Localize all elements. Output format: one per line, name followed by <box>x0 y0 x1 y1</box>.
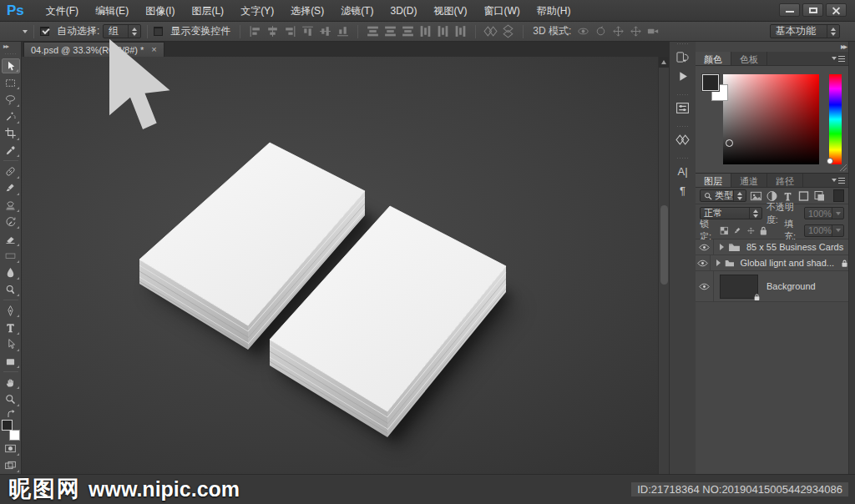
group-expander-icon[interactable] <box>720 244 724 250</box>
tab-channels[interactable]: 通道 <box>731 174 767 187</box>
menu-3d[interactable]: 3D(D) <box>382 0 425 22</box>
layer-visibility-toggle[interactable] <box>696 239 714 255</box>
canvas-vertical-scrollbar[interactable] <box>658 57 669 474</box>
show-transform-checkbox[interactable] <box>154 27 163 36</box>
auto-select-checkbox[interactable] <box>40 27 49 36</box>
align-top-edges-button[interactable] <box>301 25 315 38</box>
menu-layer[interactable]: 图层(L) <box>183 0 232 22</box>
healing-brush-tool[interactable] <box>2 164 20 179</box>
dock-grip-handle[interactable] <box>676 157 690 160</box>
filter-smart-objects-icon[interactable] <box>813 190 826 202</box>
menu-edit[interactable]: 编辑(E) <box>87 0 137 22</box>
gradient-tool[interactable] <box>2 249 20 264</box>
layer-filter-dropdown[interactable]: 类型 <box>700 189 746 202</box>
layer-name[interactable]: 85 x 55 Business Cards <box>746 242 843 252</box>
color-field-cursor[interactable] <box>726 139 733 147</box>
styles-panel-button[interactable] <box>672 130 694 149</box>
scrollbar-thumb[interactable] <box>660 205 668 285</box>
menu-file[interactable]: 文件(F) <box>38 0 87 22</box>
workspace-switcher-dropdown[interactable]: 基本功能 <box>770 24 840 38</box>
align-right-edges-button[interactable] <box>283 25 297 38</box>
auto-align-layers-button[interactable] <box>483 25 498 38</box>
hand-tool[interactable] <box>2 375 20 390</box>
hue-slider-handle[interactable] <box>827 158 833 164</box>
tool-preset-caret-icon[interactable] <box>23 30 28 33</box>
layer-row-global-light[interactable]: Global lignt and shad... <box>696 255 848 271</box>
actions-panel-button[interactable] <box>672 67 694 86</box>
lock-transparent-pixels-icon[interactable] <box>720 225 729 236</box>
path-selection-tool[interactable] <box>2 337 20 352</box>
close-button[interactable] <box>826 3 847 17</box>
properties-panel-button[interactable] <box>672 98 694 118</box>
foreground-color-swatch[interactable] <box>2 420 13 431</box>
screen-mode-button[interactable] <box>2 458 20 473</box>
clone-stamp-tool[interactable] <box>2 198 20 213</box>
move-tool-preset-icon[interactable] <box>5 25 20 38</box>
dodge-tool[interactable] <box>2 282 20 297</box>
layer-row-business-cards[interactable]: 85 x 55 Business Cards <box>696 239 848 255</box>
distribute-left-edges-button[interactable] <box>418 25 433 38</box>
layer-row-background[interactable]: Background <box>696 271 848 302</box>
lock-position-icon[interactable] <box>746 225 756 236</box>
tab-swatches[interactable]: 色板 <box>731 52 767 65</box>
layer-name[interactable]: Global lignt and shad... <box>740 258 834 268</box>
foreground-color-swatch[interactable] <box>702 74 719 91</box>
hue-slider[interactable] <box>829 74 842 164</box>
brush-tool[interactable] <box>2 181 20 196</box>
3d-camera-icon[interactable] <box>646 25 660 38</box>
layer-visibility-toggle[interactable] <box>696 271 714 301</box>
minimize-button[interactable] <box>779 3 800 17</box>
menu-view[interactable]: 视图(V) <box>425 0 475 22</box>
tab-color[interactable]: 颜色 <box>696 52 731 65</box>
layer-filter-toggle[interactable] <box>833 189 844 202</box>
panel-menu-icon[interactable] <box>832 177 845 184</box>
dock-grip-handle[interactable] <box>676 125 690 129</box>
dock-grip-handle[interactable] <box>676 93 690 97</box>
history-brush-tool[interactable] <box>2 214 20 229</box>
lock-all-icon[interactable] <box>759 225 768 236</box>
layer-visibility-toggle[interactable] <box>696 255 711 270</box>
tab-layers[interactable]: 图层 <box>696 174 731 187</box>
dock-grip-handle[interactable] <box>676 43 690 46</box>
opacity-dropdown[interactable]: 100% <box>804 207 844 219</box>
fill-dropdown[interactable]: 100% <box>804 224 844 237</box>
menu-window[interactable]: 窗口(W) <box>475 0 528 22</box>
history-panel-button[interactable] <box>672 48 694 67</box>
distribute-horizontal-centers-button[interactable] <box>436 25 450 38</box>
align-vertical-centers-button[interactable] <box>318 25 332 38</box>
menu-select[interactable]: 选择(S) <box>282 0 332 22</box>
filter-type-layers-icon[interactable] <box>782 190 794 202</box>
zoom-tool[interactable] <box>2 391 20 406</box>
menu-help[interactable]: 帮助(H) <box>529 0 579 22</box>
distribute-vertical-centers-button[interactable] <box>383 25 397 38</box>
filter-shape-layers-icon[interactable] <box>797 190 810 202</box>
distribute-top-edges-button[interactable] <box>366 25 380 38</box>
align-left-edges-button[interactable] <box>248 25 262 38</box>
3d-slide-icon[interactable] <box>629 25 643 38</box>
filter-adjustment-layers-icon[interactable] <box>766 190 778 202</box>
layer-name[interactable]: Background <box>766 281 816 291</box>
eraser-tool[interactable] <box>2 231 20 246</box>
3d-rotate-icon[interactable] <box>576 25 590 38</box>
tab-paths[interactable]: 路径 <box>767 174 803 187</box>
filter-pixel-layers-icon[interactable] <box>750 190 762 202</box>
pen-tool[interactable] <box>2 303 20 318</box>
swap-colors-icon[interactable] <box>6 408 16 418</box>
quick-mask-button[interactable] <box>2 441 20 456</box>
distribute-bottom-edges-button[interactable] <box>401 25 415 38</box>
paragraph-panel-button[interactable]: ¶ <box>672 181 694 200</box>
background-color-swatch[interactable] <box>9 430 20 441</box>
maximize-button[interactable] <box>802 3 823 17</box>
auto-blend-layers-button[interactable] <box>501 25 515 38</box>
menu-type[interactable]: 文字(Y) <box>232 0 282 22</box>
layer-thumbnail[interactable] <box>720 275 758 299</box>
group-expander-icon[interactable] <box>716 260 721 266</box>
align-horizontal-centers-button[interactable] <box>266 25 280 38</box>
menu-filter[interactable]: 滤镜(T) <box>332 0 382 22</box>
menu-image[interactable]: 图像(I) <box>137 0 183 22</box>
align-bottom-edges-button[interactable] <box>336 25 350 38</box>
saturation-brightness-field[interactable] <box>723 74 819 164</box>
panel-menu-icon[interactable] <box>832 55 845 63</box>
distribute-right-edges-button[interactable] <box>453 25 468 38</box>
lock-image-pixels-icon[interactable] <box>733 225 742 236</box>
